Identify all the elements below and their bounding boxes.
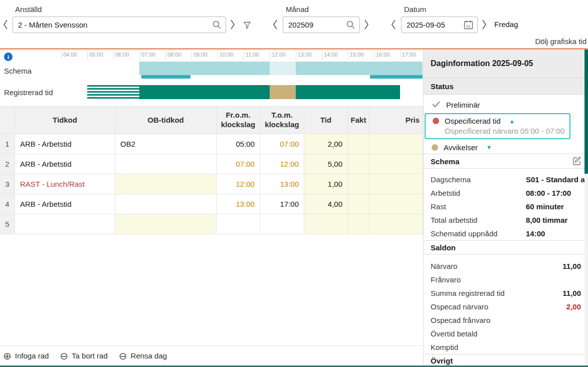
hour-tick (270, 51, 270, 60)
saldo-label: Ospecad närvaro (431, 302, 566, 311)
employee-input[interactable]: 2 - Mårten Svensson (13, 17, 226, 33)
cell-from[interactable]: 12:00 (217, 174, 260, 194)
table-header-row: Tidkod OB-tidkod Fr.o.m. klockslag T.o.m… (0, 107, 424, 134)
panel-title: Daginformation 2025-09-05 (424, 50, 588, 78)
previous-month-button[interactable] (271, 18, 279, 31)
hour-label: 12:00 (272, 52, 286, 58)
cell-tid[interactable]: 1,00 (304, 174, 348, 194)
cell-tidkod[interactable]: ARB - Arbetstid (15, 154, 115, 174)
next-employee-button[interactable] (229, 18, 237, 31)
kv-label: Rast (431, 202, 526, 211)
cell-pris[interactable] (369, 174, 423, 194)
cell-tidkod[interactable]: ARB - Arbetstid (15, 134, 115, 154)
saldo-row: Frånvaro (424, 273, 588, 286)
cell-ob-tidkod[interactable]: OB2 (115, 134, 217, 154)
kv-value: 8,00 timmar (526, 216, 573, 224)
expand-arrow-icon[interactable]: ▼ (486, 144, 492, 150)
kv-value: 08:00 - 17:00 (526, 189, 577, 197)
month-input[interactable]: 202509 (283, 17, 360, 33)
row-number[interactable]: 4 (0, 194, 15, 214)
saldo-list: Närvaro 11,00 Frånvaro Summa registrerad… (424, 254, 588, 354)
previous-employee-button[interactable] (2, 18, 10, 31)
cell-tid[interactable]: 2,00 (304, 134, 348, 154)
cell-to[interactable]: 17:00 (260, 194, 304, 214)
hour-label: 06:00 (115, 52, 129, 58)
cell-from[interactable]: 05:00 (217, 134, 260, 154)
cell-tidkod[interactable] (15, 214, 115, 234)
cell-tid[interactable] (304, 214, 348, 234)
hour-tick (113, 51, 114, 60)
cell-from[interactable]: 07:00 (217, 154, 260, 174)
cell-to[interactable]: 13:00 (260, 174, 304, 194)
search-icon[interactable] (212, 20, 222, 30)
time-registration-grid: Tidkod OB-tidkod Fr.o.m. klockslag T.o.m… (0, 106, 424, 234)
cell-fakt[interactable] (348, 214, 369, 234)
delete-row-label: Ta bort rad (72, 351, 108, 360)
clear-day-button[interactable]: ⊖ Rensa dag (119, 351, 167, 361)
hour-label: 10:00 (220, 52, 234, 58)
info-icon[interactable]: i (4, 53, 13, 61)
cell-to[interactable]: 12:00 (260, 154, 304, 174)
registered-row-label: Registrerad tid (4, 88, 53, 97)
cell-to[interactable] (260, 214, 304, 234)
date-input[interactable]: 2025-09-05 31 (401, 17, 478, 33)
hour-tick (165, 51, 166, 60)
scrollbar-thumb[interactable] (584, 50, 588, 174)
next-month-button[interactable] (362, 18, 370, 31)
saldo-label: Komptid (431, 343, 581, 351)
cell-tidkod[interactable]: ARB - Arbetstid (15, 194, 115, 214)
search-icon[interactable] (346, 20, 355, 30)
cell-ob-tidkod[interactable] (115, 174, 217, 194)
cell-from[interactable]: 13:00 (217, 194, 260, 214)
cell-tid[interactable]: 5,00 (304, 154, 348, 174)
red-dot-icon (433, 118, 439, 124)
delete-row-button[interactable]: ⊖ Ta bort rad (60, 351, 107, 361)
hour-tick (348, 51, 348, 60)
cell-from[interactable] (217, 214, 260, 234)
cell-ob-tidkod[interactable] (115, 194, 217, 214)
kv-row: Rast 60 minuter (424, 200, 588, 213)
row-number[interactable]: 1 (0, 134, 15, 154)
header-ob-tidkod: OB-tidkod (115, 107, 217, 134)
circle-minus-icon: ⊖ (119, 351, 127, 361)
cell-pris[interactable] (369, 214, 423, 234)
cell-ob-tidkod[interactable] (115, 154, 217, 174)
status-item-avvikelser[interactable]: Avvikelser ▼ (424, 141, 492, 154)
saldo-label: Ospecad frånvaro (431, 316, 581, 324)
collapse-arrow-icon[interactable]: ▲ (509, 118, 515, 124)
status-item-preliminar[interactable]: Preliminär (424, 98, 480, 112)
filter-icon[interactable] (243, 19, 251, 32)
cell-pris[interactable] (369, 134, 423, 154)
cell-to[interactable]: 07:00 (260, 134, 304, 154)
calendar-icon[interactable]: 31 (464, 20, 473, 30)
cell-pris[interactable] (369, 154, 423, 174)
row-number[interactable]: 2 (0, 154, 15, 174)
kv-row: Arbetstid 08:00 - 17:00 (424, 186, 588, 200)
row-number[interactable]: 5 (0, 214, 15, 234)
row-number[interactable]: 3 (0, 174, 15, 194)
cell-tidkod[interactable]: RAST - Lunch/Rast (15, 174, 115, 194)
cell-fakt[interactable] (348, 154, 369, 174)
hide-graphic-time-link[interactable]: Dölj grafiska tid (535, 37, 586, 46)
cell-fakt[interactable] (348, 134, 369, 154)
status-item-unspecified-time[interactable]: Ospecificerad tid ▲ Ospecificerad närvar… (425, 113, 570, 139)
edit-icon[interactable] (572, 156, 582, 167)
cell-pris[interactable] (369, 194, 423, 214)
cell-fakt[interactable] (348, 194, 369, 214)
next-day-button[interactable] (480, 18, 488, 31)
hour-tick (296, 51, 296, 60)
cell-ob-tidkod[interactable] (115, 214, 217, 234)
insert-row-button[interactable]: ⊕ Infoga rad (3, 351, 49, 361)
cell-tid[interactable]: 4,00 (304, 194, 348, 214)
saldo-row: Ospecad frånvaro (424, 313, 588, 327)
clear-day-label: Rensa dag (131, 351, 167, 360)
hour-label: 05:00 (89, 52, 103, 58)
employee-value: 2 - Mårten Svensson (18, 21, 212, 29)
employee-field-label: Anställd (15, 5, 42, 14)
panel-scrollbar[interactable] (584, 50, 588, 367)
kv-label: Arbetstid (431, 189, 526, 197)
kv-row: Total arbetstid 8,00 timmar (424, 213, 588, 227)
circle-minus-icon: ⊖ (60, 351, 68, 361)
previous-day-button[interactable] (389, 18, 398, 31)
cell-fakt[interactable] (348, 174, 369, 194)
